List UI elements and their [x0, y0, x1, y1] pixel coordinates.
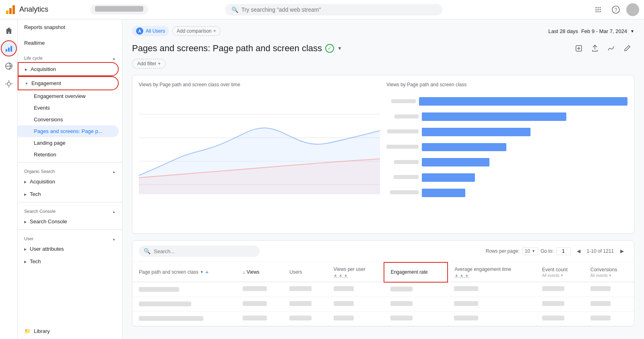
edit-comparison-button[interactable]	[572, 41, 586, 56]
bar-fill	[422, 112, 566, 121]
nav-advertising-button[interactable]	[1, 76, 17, 92]
col-users[interactable]: Users	[283, 262, 327, 282]
svg-point-18	[7, 82, 10, 85]
col-page-path-inner: Page path and screen class ▼ +	[139, 269, 230, 275]
col-aet-label: Average engagement time	[454, 266, 511, 272]
advertising-icon	[5, 80, 13, 88]
rows-per-page-select[interactable]: 10 ▼	[522, 247, 538, 255]
lifecycle-collapse-icon	[112, 56, 116, 60]
sidebar-item-user-tech[interactable]: Tech	[18, 255, 119, 268]
col-event-count[interactable]: Event count All events ▼	[536, 262, 584, 282]
nav-reports-button[interactable]	[1, 40, 17, 56]
sidebar: Reports snapshot Realtime Life cycle Acq…	[18, 19, 122, 339]
nav-home-button[interactable]	[1, 23, 17, 39]
sidebar-reports-snapshot[interactable]: Reports snapshot	[18, 19, 122, 35]
sidebar-item-organic-acquisition[interactable]: Acquisition	[18, 175, 119, 188]
sidebar-divider-3	[18, 229, 122, 230]
bar-chart-row	[386, 94, 627, 109]
col-views-inner: ↓ Views	[243, 269, 277, 275]
nav-explore-button[interactable]	[1, 58, 17, 74]
icon-rail	[0, 19, 18, 339]
cell-users	[283, 311, 327, 326]
add-comparison-button[interactable]: Add comparison +	[172, 26, 221, 36]
col-conversions[interactable]: Conversions All events ▼	[584, 262, 634, 282]
help-icon: ?	[612, 6, 620, 14]
cell-er	[384, 282, 448, 297]
cell-views	[236, 297, 283, 311]
data-quality-icon[interactable]: ✓	[325, 44, 334, 53]
help-button[interactable]: ?	[609, 2, 623, 17]
sidebar-subitem-landing-page[interactable]: Landing page	[18, 137, 119, 149]
svg-text:?: ?	[615, 7, 617, 13]
goto-label: Go to:	[541, 248, 554, 254]
sidebar-library-link[interactable]: 📁 Library	[18, 323, 122, 339]
library-icon: 📁	[24, 328, 31, 334]
sidebar-subitem-conversions[interactable]: Conversions	[18, 114, 119, 125]
bar-chart-row	[386, 109, 627, 125]
table-search-bar[interactable]: 🔍	[139, 245, 260, 257]
sidebar-realtime[interactable]: Realtime	[18, 35, 122, 51]
sidebar-item-acquisition[interactable]: Acquisition	[18, 62, 119, 76]
edit-comparison-icon	[575, 45, 582, 52]
app-title: Analytics	[19, 5, 48, 14]
main-content: A All Users Add comparison + Last 28 day…	[122, 19, 644, 339]
col-page-path[interactable]: Page path and screen class ▼ +	[132, 262, 236, 282]
sidebar-subitem-events[interactable]: Events	[18, 102, 119, 114]
col-conv-dropdown-icon[interactable]: ▼	[609, 274, 612, 277]
search-console-expand-icon	[24, 219, 27, 224]
cell-conv	[584, 297, 634, 311]
pagination-next-button[interactable]: ▶	[616, 245, 627, 257]
topbar: Analytics 🔍 ?	[0, 0, 644, 19]
rows-per-page-control: Rows per page: 10 ▼ Go to: ◀ 1-10 of 121…	[486, 245, 627, 257]
col-page-path-cell	[139, 287, 230, 292]
account-selector[interactable]	[90, 4, 148, 15]
search-input[interactable]	[242, 6, 436, 13]
sidebar-subitem-engagement-overview[interactable]: Engagement overview	[18, 90, 119, 102]
col-ec-dropdown-icon[interactable]: ▼	[560, 274, 564, 277]
goto-input[interactable]	[556, 247, 571, 255]
acquisition-expand-icon	[25, 67, 27, 71]
all-users-pill[interactable]: A All Users	[132, 26, 169, 36]
title-dropdown-button[interactable]: ▼	[337, 46, 342, 51]
chart-right: Views by Page path and screen class	[386, 82, 627, 227]
insights-button[interactable]	[604, 41, 618, 56]
col-views-per-user[interactable]: Views per user ▲ ▲ ▲	[327, 262, 384, 282]
sidebar-item-user-attributes[interactable]: User attributes	[18, 243, 119, 255]
topbar-right-actions: ?	[591, 2, 639, 17]
col-conv-inner: Conversions All events ▼	[590, 267, 627, 278]
col-engagement-rate[interactable]: Engagement rate	[384, 262, 448, 282]
topbar-logo: Analytics	[5, 4, 85, 15]
col-views[interactable]: ↓ Views	[236, 262, 283, 282]
sidebar-item-organic-tech[interactable]: Tech	[18, 188, 119, 200]
date-range-selector[interactable]: Last 28 days Feb 9 - Mar 7, 2024 ▼	[548, 28, 634, 34]
cell-page-path	[132, 311, 236, 326]
share-button[interactable]	[588, 41, 602, 56]
bar-label	[386, 145, 419, 150]
add-filter-button[interactable]: Add filter +	[132, 59, 166, 69]
table-header-row: Page path and screen class ▼ + ↓ Views	[132, 262, 634, 282]
cell-vpu	[327, 282, 384, 297]
col-aet-subtext: ▲ ▲ ▲	[454, 273, 469, 278]
sidebar-library-label: Library	[34, 328, 50, 334]
sidebar-subitem-retention[interactable]: Retention	[18, 149, 119, 160]
bar-label	[386, 160, 419, 165]
user-tech-expand-icon	[24, 259, 27, 264]
col-page-path-add-icon[interactable]: +	[205, 269, 208, 275]
col-avg-engagement-time[interactable]: Average engagement time ▲ ▲ ▲	[448, 262, 535, 282]
col-er-label: Engagement rate	[391, 269, 428, 275]
table-search-input[interactable]	[154, 248, 255, 254]
user-avatar[interactable]	[626, 3, 639, 16]
apps-grid-button[interactable]	[591, 2, 605, 17]
global-search-bar[interactable]: 🔍	[225, 4, 442, 15]
sidebar-subitem-pages-screens[interactable]: Pages and screens: Page p...	[18, 125, 119, 137]
sidebar-item-engagement[interactable]: Engagement	[18, 76, 119, 90]
add-comparison-plus-icon: +	[213, 28, 216, 34]
table-row	[132, 297, 634, 311]
col-conv-label: Conversions	[590, 267, 617, 272]
pagination-prev-button[interactable]: ◀	[573, 245, 584, 257]
sidebar-item-search-console[interactable]: Search Console	[18, 215, 119, 228]
sidebar-item-organic-acquisition-label: Acquisition	[30, 179, 112, 185]
customize-button[interactable]	[620, 41, 634, 56]
share-icon	[591, 45, 599, 52]
table-search-icon: 🔍	[144, 248, 151, 254]
